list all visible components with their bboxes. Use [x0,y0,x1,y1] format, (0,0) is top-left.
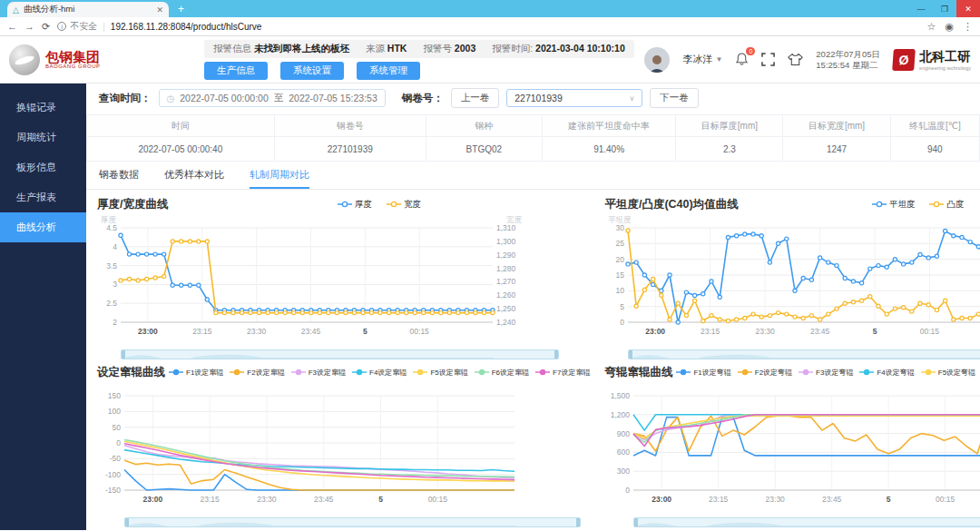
select-chevron-icon: ∨ [629,94,634,103]
bookmark-star-icon[interactable]: ☆ [927,21,936,33]
forward-icon[interactable]: → [24,21,34,32]
svg-text:3: 3 [113,280,117,289]
svg-text:1,500: 1,500 [611,391,631,400]
window-maximize-button[interactable]: ❐ [933,0,956,17]
svg-text:1,260: 1,260 [496,290,516,300]
chart-legend: F1设定弯辊F2设定弯辊F3设定弯辊F4设定弯辊F5设定弯辊F6设定弯辊F7设定… [676,368,980,378]
legend-item[interactable]: 平坦度 [872,199,916,211]
legend-item[interactable]: F2设定弯辊 [738,368,792,378]
chart-canvas-flatness-crown: 3025201510508075706560555045凸度平坦度23:0023… [604,213,980,359]
production-info-button[interactable]: 生产信息 [204,62,268,80]
next-coil-button[interactable]: 下一卷 [650,88,699,108]
chart-title: 平坦度/凸度(C40)均值曲线 [604,197,738,212]
coil-table: 时间 钢卷号 钢种 建张前平坦度命中率 目标厚度[mm] 目标宽度[mm] 终轧… [86,114,980,162]
col-steel-grade: 钢种 [426,115,542,137]
legend-item[interactable]: 凸度 [929,199,964,211]
legend-marker-icon [352,369,367,376]
legend-item[interactable]: F4设定窜辊 [352,368,407,378]
sidebar-item-production-report[interactable]: 生产报表 [0,182,86,212]
vendor-subtitle: engineering technology [919,65,971,71]
legend-item[interactable]: F4设定弯辊 [859,368,914,378]
svg-text:厚度: 厚度 [101,215,117,224]
legend-item[interactable]: F3设定弯辊 [799,368,853,378]
legend-item[interactable]: F1设定弯辊 [676,368,730,378]
legend-item[interactable]: F5设定窜辊 [413,368,467,378]
legend-item[interactable]: F1设定窜辊 [169,368,223,378]
datazoom-handle-right[interactable] [554,350,558,359]
system-settings-button[interactable]: 系统设置 [280,62,344,80]
tab-rolling-cycle-compare[interactable]: 轧制周期对比 [250,168,309,189]
legend-item[interactable]: F2设定窜辊 [230,368,284,378]
svg-text:23:00: 23:00 [143,495,163,504]
window-close-button[interactable]: ✕ [956,0,980,17]
legend-item[interactable]: F3设定窜辊 [291,368,346,378]
svg-text:1,250: 1,250 [496,304,516,313]
legend-marker-icon [929,201,944,208]
coil-no-label: 钢卷号： [402,92,444,105]
legend-item[interactable]: F5设定弯辊 [921,368,975,378]
url-text: 192.168.11.28:8084/product/hlsCurve [111,22,262,32]
datazoom-slider[interactable] [124,517,581,527]
brand-name: 包钢集团 [45,50,101,64]
datazoom-handle-left[interactable] [629,350,632,359]
new-tab-button[interactable]: + [178,3,184,17]
cell-coil-no: 227101939 [274,137,426,162]
prev-coil-button[interactable]: 上一卷 [451,88,500,108]
datazoom-slider[interactable] [628,349,980,359]
chevron-down-icon: ▼ [715,55,722,64]
svg-text:1,280: 1,280 [496,264,516,273]
theme-shirt-icon[interactable] [788,53,803,66]
legend-item[interactable]: 厚度 [338,199,372,211]
tab-coil-data[interactable]: 钢卷数据 [99,168,139,189]
user-name[interactable]: 李冰洋▼ [682,53,722,66]
datazoom-handle-left[interactable] [634,518,638,526]
time-range-input[interactable]: ◷ 2022-07-05 00:00:00 至 2022-07-05 15:23… [159,89,386,107]
notifications-button[interactable]: 0 [735,52,749,68]
time-from-value[interactable]: 2022-07-05 00:00:00 [180,93,269,103]
datazoom-slider[interactable] [633,517,980,527]
profile-icon[interactable]: ◉ [945,21,954,33]
col-time: 时间 [87,115,275,137]
back-icon[interactable]: ← [7,21,17,32]
coil-select[interactable]: 227101939 ∨ [506,89,642,107]
datazoom-handle-left[interactable] [125,518,129,526]
fullscreen-icon[interactable] [761,53,775,66]
svg-text:5: 5 [887,495,891,504]
sidebar-item-cycle-stats[interactable]: 周期统计 [0,123,86,152]
user-avatar[interactable] [644,47,670,73]
svg-text:10: 10 [616,286,625,295]
url-input[interactable]: i 不安全 | 192.168.11.28:8084/product/hlsCu… [57,20,919,33]
menu-dots-icon[interactable]: ⋮ [963,21,973,33]
sidebar-item-roll-change[interactable]: 换辊记录 [0,93,86,123]
table-row[interactable]: 2022-07-05 00:00:40 227101939 BTGQ02 91.… [87,137,980,162]
system-admin-button[interactable]: 系统管理 [357,62,420,80]
time-to-value[interactable]: 2022-07-05 15:23:53 [289,93,377,103]
sidebar-item-shape-info[interactable]: 板形信息 [0,152,86,182]
cell-target-width: 1247 [783,137,890,162]
alarm-bar: 报警信息 未找到即将上线的板坯 来源 HTK 报警号 2003 报警时间: 20… [204,40,634,58]
browser-tab[interactable]: △ 曲线分析-hmi ✕ [7,2,169,17]
vendor-name: 北科工研 [919,49,970,64]
legend-item[interactable]: 宽度 [387,199,421,211]
svg-text:15: 15 [616,270,625,280]
legend-item[interactable]: F7设定窜辊 [535,368,590,378]
col-finish-temp: 终轧温度[℃] [890,115,979,137]
chart-legend: 厚度宽度 [168,199,590,211]
svg-text:2: 2 [113,318,117,327]
tab-sample-compare[interactable]: 优秀样本对比 [164,168,224,189]
legend-marker-icon [799,369,813,376]
sidebar-item-curve-analysis[interactable]: 曲线分析 [0,212,86,242]
svg-text:20: 20 [616,255,625,264]
window-minimize-button[interactable]: — [909,0,933,17]
datazoom-slider[interactable] [121,349,559,359]
datazoom-handle-right[interactable] [576,518,580,526]
tab-close-icon[interactable]: ✕ [156,5,163,15]
reload-icon[interactable]: ⟳ [42,21,50,33]
col-coil-no: 钢卷号 [274,115,426,137]
legend-item[interactable]: F6设定窜辊 [475,368,529,378]
datetime-display: 2022年07月05日 15:25:54 星期二 [816,49,880,71]
svg-text:150: 150 [108,391,121,400]
avatar-person-icon [646,53,668,73]
datazoom-handle-left[interactable] [122,350,125,359]
ssl-status[interactable]: i 不安全 [57,20,97,33]
